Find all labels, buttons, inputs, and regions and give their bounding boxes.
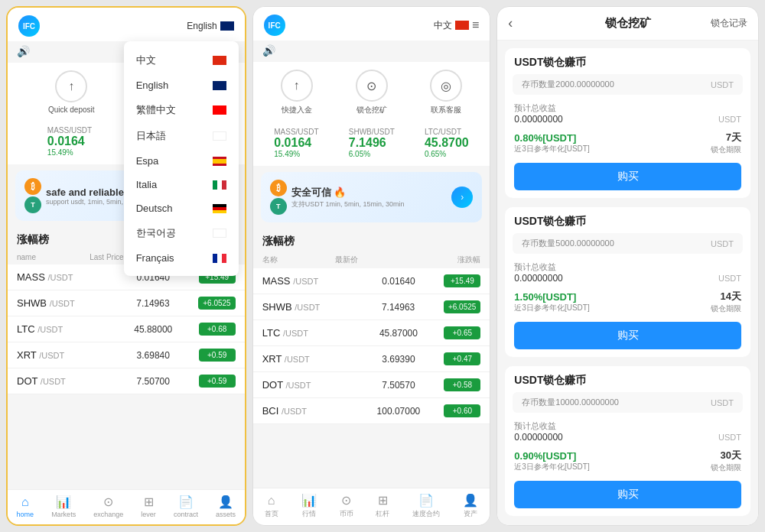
card3-rate-desc: 近3日参考年化[USDT] [514, 462, 589, 472]
row-change: +6.0525 [198, 297, 235, 310]
card1-earnings-value: 0.00000000 [514, 114, 562, 125]
flag-kr-icon [213, 229, 226, 238]
price-mass-pair: MASS/USDT [47, 126, 92, 135]
screen2-logo: IFC [264, 15, 285, 36]
card3-rate-value: 0.90%[USDT] [514, 450, 589, 462]
screen2-nav-lever-label: 杠杆 [376, 509, 389, 519]
screen2-price-shwb-pair: SHWB/USDT [349, 128, 395, 136]
records-link[interactable]: 锁仓记录 [711, 17, 747, 30]
screen2-service-icon: ◎ [430, 70, 462, 102]
card2-earnings-row: 0.00000000 USDT [514, 273, 741, 284]
dropdown-item-es[interactable]: Espa [124, 149, 239, 173]
nav-assets[interactable]: 👤 assets [216, 495, 236, 518]
bitcoin-icon: ₿ [24, 178, 41, 195]
screen2-price-ltc-change: 0.65% [425, 150, 446, 158]
card3-lock-right: 30天 锁仓期限 [711, 449, 741, 473]
screen2-nav-markets[interactable]: 📊 行情 [301, 493, 317, 519]
dropdown-item-jp[interactable]: 日本語 [124, 123, 239, 149]
row-name: LTC /USDT [262, 327, 353, 339]
screen2-nav-exchange[interactable]: ⊙ 币币 [340, 493, 353, 519]
row-name: DOT /USDT [17, 375, 108, 387]
dropdown-item-en[interactable]: English [124, 73, 239, 97]
row-change: +0.59 [199, 349, 236, 362]
screen2-price-shwb: SHWB/USDT 7.1496 6.05% [349, 128, 395, 158]
card1-rate-left: 0.80%[USDT] 近3日参考年化[USDT] [514, 132, 589, 154]
dropdown-item-fr[interactable]: Français [124, 246, 239, 270]
nav-lever-label: lever [141, 511, 156, 518]
row-price: 100.07000 [353, 406, 444, 417]
screen2-price-ltc-pair: LTC/USDT [425, 128, 461, 136]
price-mass-change: 15.49% [47, 148, 73, 157]
card3-buy-button[interactable]: 购买 [514, 481, 741, 508]
card1-buy-button[interactable]: 购买 [514, 163, 741, 190]
table-row[interactable]: DOT /USDT 7.50700 +0.59 [8, 368, 245, 394]
screen2-banner[interactable]: ₿ T 安全可信 🔥 支持USDT 1min, 5min, 15min, 30m… [261, 172, 483, 222]
col-name: name [17, 253, 90, 261]
dropdown-item-it[interactable]: Italia [124, 173, 239, 196]
mining-card-2: USDT锁仓赚币 存币数量5000.00000000 USDT 预计总收益 0.… [505, 207, 750, 357]
screen2-nav-home[interactable]: ⌂ 首页 [265, 494, 278, 519]
screen2-flag-cn-icon [455, 21, 469, 30]
screen2-price-mass: MASS/USDT 0.0164 15.49% [274, 128, 318, 158]
screen2-nav-lever[interactable]: ⊞ 杠杆 [376, 493, 389, 519]
screen2-price-ltc-value: 45.8700 [425, 136, 469, 150]
card1-earnings-unit: USDT [718, 115, 741, 124]
row-change: +6.0525 [444, 300, 480, 313]
flag-uk-icon [220, 21, 234, 31]
table-row[interactable]: BCI /USDT 100.07000 +0.60 [253, 398, 490, 424]
screen2-banner-arrow-icon[interactable]: › [451, 187, 473, 208]
nav-contract[interactable]: 📄 contract [174, 495, 198, 518]
action-quick-deposit[interactable]: ↑ Quick deposit [48, 70, 95, 114]
card3-title: USDT锁仓赚币 [505, 366, 750, 392]
dropdown-item-zh[interactable]: 中文 [124, 47, 239, 73]
screen2-action-deposit[interactable]: ↑ 快捷入金 [281, 70, 313, 115]
card1-lock-right: 7天 锁仓期限 [711, 131, 741, 155]
lang-label: English [187, 21, 216, 31]
screen2-bitcoin-icon: ₿ [270, 180, 287, 196]
header-right[interactable]: English [187, 21, 233, 31]
nav-exchange[interactable]: ⊙ exchange [93, 495, 123, 518]
screen2-banner-sub: 支持USDT 1min, 5min, 15min, 30min [291, 200, 405, 209]
tether-icon: T [24, 196, 41, 213]
nav-home[interactable]: ⌂ home [17, 495, 34, 518]
screen2-home-icon: ⌂ [268, 494, 275, 508]
nav-markets[interactable]: 📊 Markets [51, 495, 76, 518]
screen2-nav-assets[interactable]: 👤 资产 [463, 493, 478, 519]
table-row[interactable]: XRT /USDT 3.69840 +0.59 [8, 342, 245, 368]
dropdown-item-de[interactable]: Deutsch [124, 196, 239, 220]
back-button[interactable]: ‹ [508, 15, 513, 31]
screen3: ‹ 锁仓挖矿 锁仓记录 USDT锁仓赚币 存币数量2000.00000000 U… [496, 6, 759, 526]
card1-rate-row: 0.80%[USDT] 近3日参考年化[USDT] 7天 锁仓期限 [505, 128, 750, 157]
dropdown-item-kr[interactable]: 한국어공 [124, 220, 239, 246]
table-row[interactable]: XRT /USDT 3.69390 +0.47 [253, 346, 490, 372]
row-change: +0.65 [444, 326, 480, 339]
screen2-action-service[interactable]: ◎ 联系客服 [430, 70, 462, 115]
screen2-header-right[interactable]: 中文 ≡ [434, 18, 479, 32]
card1-earnings-label: 预计总收益 [514, 102, 741, 114]
crypto-icons: ₿ T [24, 178, 41, 213]
screen2-col-price: 最新价 [335, 255, 408, 265]
table-row[interactable]: SHWB /USDT 7.14963 +6.0525 [253, 294, 490, 320]
card2-lock-days: 14天 [711, 290, 741, 303]
table-row[interactable]: SHWB /USDT 7.14963 +6.0525 [8, 290, 245, 316]
screen2-mining-label: 锁仓挖矿 [356, 105, 387, 115]
lang-dropdown[interactable]: 中文 English 繁體中文 日本語 Espa Italia [124, 41, 239, 276]
screen2-markets-icon: 📊 [301, 493, 317, 508]
table-row[interactable]: MASS /USDT 0.01640 +15.49 [253, 268, 490, 294]
screen2-banner-text: 安全可信 🔥 支持USDT 1min, 5min, 15min, 30min [291, 186, 405, 209]
screen2-header: IFC 中文 ≡ [253, 7, 490, 41]
nav-lever[interactable]: ⊞ lever [141, 495, 156, 518]
screen3-header: ‹ 锁仓挖矿 锁仓记录 [497, 7, 758, 41]
screen2-action-mining[interactable]: ⊙ 锁仓挖矿 [356, 70, 388, 115]
table-row[interactable]: LTC /USDT 45.88000 +0.68 [8, 316, 245, 342]
screen2-nav-contract[interactable]: 📄 速度合约 [412, 493, 440, 519]
card2-earnings-unit: USDT [718, 274, 741, 283]
hamburger-icon[interactable]: ≡ [472, 18, 479, 32]
table-row[interactable]: LTC /USDT 45.87000 +0.65 [253, 320, 490, 346]
card2-rate-left: 1.50%[USDT] 近3日参考年化[USDT] [514, 291, 589, 313]
table-row[interactable]: DOT /USDT 7.50570 +0.58 [253, 372, 490, 398]
card2-buy-button[interactable]: 购买 [514, 322, 741, 349]
screen2-price-mass-pair: MASS/USDT [274, 128, 318, 136]
dropdown-item-tw[interactable]: 繁體中文 [124, 97, 239, 123]
card3-rate-left: 0.90%[USDT] 近3日参考年化[USDT] [514, 450, 589, 472]
